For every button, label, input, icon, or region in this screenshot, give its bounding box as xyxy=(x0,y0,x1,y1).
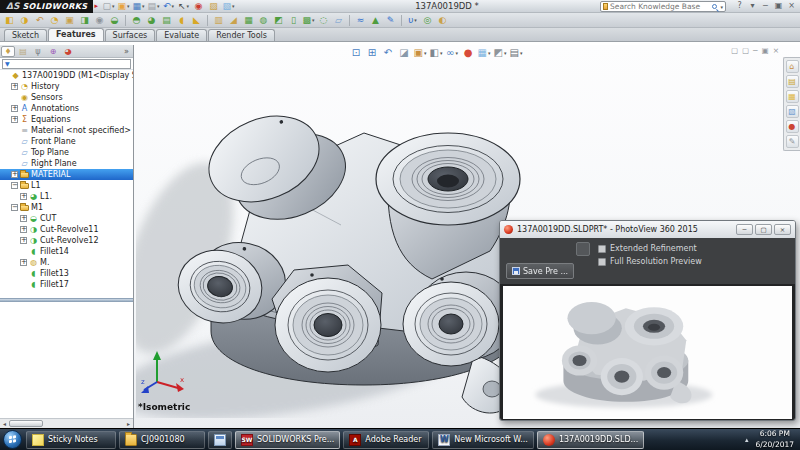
tree-item-m[interactable]: +◍M. xyxy=(0,257,133,268)
view-settings-icon[interactable]: ◩▾ xyxy=(493,46,507,59)
tree-expand-toggle[interactable]: + xyxy=(11,83,18,90)
child-minimize-button[interactable]: ─ xyxy=(753,46,758,55)
restore-button[interactable]: ▣ xyxy=(772,0,785,12)
mirror-icon[interactable]: ▯ xyxy=(287,14,300,26)
tree-item-material[interactable]: +MATERIAL xyxy=(0,169,133,180)
display-style-icon-caret[interactable]: ▾ xyxy=(440,50,443,56)
undo-icon-caret[interactable]: ▾ xyxy=(172,4,175,9)
view-settings-icon-caret[interactable]: ▾ xyxy=(504,50,507,56)
tree-item-sensors[interactable]: ◉Sensors xyxy=(0,92,133,103)
tree-item-history[interactable]: +◔History xyxy=(0,81,133,92)
tree-item-l1[interactable]: −L1 xyxy=(0,180,133,191)
tree-filter-input[interactable] xyxy=(12,60,130,68)
photoview-maximize-button[interactable]: ▢ xyxy=(755,224,772,235)
lofted-boss-icon[interactable]: ◔ xyxy=(48,14,61,26)
file-properties-icon[interactable]: ▨ xyxy=(207,0,220,12)
taskbar-button-sticky-notes[interactable]: Sticky Notes xyxy=(26,431,116,449)
checkbox[interactable] xyxy=(598,258,606,266)
toolbox-icon[interactable]: ◐ xyxy=(436,14,449,26)
lofted-cut-icon[interactable]: ◕ xyxy=(145,14,158,26)
hide-show-items-icon-caret[interactable]: ▾ xyxy=(455,50,458,56)
tree-item-l1[interactable]: +◕L1. xyxy=(0,191,133,202)
tree-item-material-not-specified[interactable]: ≡Material <not specified> xyxy=(0,125,133,136)
view-palette-icon[interactable]: ▧ xyxy=(786,105,799,118)
open-icon-caret[interactable]: ▾ xyxy=(127,4,130,9)
tree-item-front-plane[interactable]: ▱Front Plane xyxy=(0,136,133,147)
edit-appearance-image-icon-caret[interactable]: ▾ xyxy=(232,4,235,9)
minimize-button[interactable]: ─ xyxy=(759,0,772,12)
tree-item-top-plane[interactable]: ▱Top Plane xyxy=(0,147,133,158)
tree-expand-toggle[interactable]: − xyxy=(11,204,18,211)
new-document-icon[interactable]: ▢▾ xyxy=(102,0,115,12)
tree-expand-toggle[interactable]: + xyxy=(20,215,27,222)
print-icon[interactable]: ▤▾ xyxy=(147,0,160,12)
revolved-boss-icon[interactable]: ◑ xyxy=(18,14,31,26)
view-orientation-icon-caret[interactable]: ▾ xyxy=(424,50,427,56)
displaymanager-tab[interactable]: ◕ xyxy=(61,46,75,57)
tree-expand-toggle[interactable]: − xyxy=(11,182,18,189)
tree-expand-toggle[interactable]: + xyxy=(11,171,18,178)
tab-render-tools[interactable]: Render Tools xyxy=(208,29,275,41)
hole-wizard-icon[interactable]: ◉ xyxy=(93,14,106,26)
draft-icon[interactable]: ◢ xyxy=(227,14,240,26)
hide-show-items-icon[interactable]: ∞▾ xyxy=(445,46,459,59)
child-tile-icon[interactable]: ▢ xyxy=(742,46,749,55)
close-button[interactable]: × xyxy=(785,0,798,12)
tab-evaluate[interactable]: Evaluate xyxy=(156,29,207,41)
taskbar-button-cj0901080[interactable]: CJ0901080 xyxy=(119,431,205,449)
curves-icon[interactable]: ≈ xyxy=(354,14,367,26)
swept-cut-icon[interactable]: ◓ xyxy=(130,14,143,26)
sketch-icon[interactable]: ✎ xyxy=(384,14,397,26)
save-preview-button[interactable]: Save Pre ... xyxy=(506,263,574,279)
linear-pattern-icon-caret[interactable]: ▾ xyxy=(312,18,315,23)
tree-item-fillet17[interactable]: ◖Fillet17 xyxy=(0,279,133,290)
design-library-icon[interactable]: ▤ xyxy=(786,75,799,88)
taskbar-button-solidworks-pre[interactable]: SWSOLIDWORKS Pre... xyxy=(235,431,340,449)
tree-item-right-plane[interactable]: ▱Right Plane xyxy=(0,158,133,169)
file-explorer-icon[interactable]: ▦ xyxy=(786,90,799,103)
photoview-checkbox-full-resolution-preview[interactable]: Full Resolution Preview xyxy=(598,257,702,266)
motion-study-icon-caret[interactable]: ▾ xyxy=(414,18,417,23)
zoom-to-fit-icon[interactable]: ⊡ xyxy=(349,46,363,59)
tree-item-cut-revolve11[interactable]: +◑Cut-Revolve11 xyxy=(0,224,133,235)
taskbar-button-137a0019dd-sld[interactable]: 137A0019DD.SLD... xyxy=(537,431,644,449)
photoview-checkbox-extended-refinement[interactable]: Extended Refinement xyxy=(598,244,702,253)
photoview-minimize-button[interactable]: ─ xyxy=(736,224,753,235)
tab-features[interactable]: Features xyxy=(48,28,104,41)
zoom-to-area-icon[interactable]: ⊞ xyxy=(365,46,379,59)
open-icon[interactable]: ▣▾ xyxy=(117,0,130,12)
help-button[interactable]: ? xyxy=(733,0,746,12)
configurationmanager-tab[interactable]: ψ xyxy=(31,46,45,57)
start-button[interactable] xyxy=(3,430,22,449)
tree-item-annotations[interactable]: +AAnnotations xyxy=(0,103,133,114)
graphics-viewport[interactable]: ⊡⊞↶◪▣▾◧▾∞▾●▦▾◩▾▤▾ ▢▢─▣× ⌂▤▦▧●✎ xyxy=(134,45,800,428)
select-icon-caret[interactable]: ▾ xyxy=(187,4,190,9)
menu-flyout-arrow[interactable]: ▸ xyxy=(94,2,98,10)
print-icon-caret[interactable]: ▾ xyxy=(157,4,160,9)
solidworks-resources-icon[interactable]: ⌂ xyxy=(786,60,799,73)
undo-icon[interactable]: ↶▾ xyxy=(162,0,175,12)
camera-icon[interactable]: ▤▾ xyxy=(509,46,523,59)
taskbar-clock[interactable]: 6:06 PM 6/20/2017 xyxy=(756,429,794,449)
design-study-icon[interactable]: ◎ xyxy=(421,14,434,26)
boundary-boss-icon[interactable]: ▣ xyxy=(63,14,76,26)
fillet-icon[interactable]: ◖ xyxy=(175,14,188,26)
linear-pattern-icon[interactable]: ▩▾ xyxy=(302,14,315,26)
display-style-icon[interactable]: ◧▾ xyxy=(429,46,443,59)
propertymanager-tab[interactable]: ▤ xyxy=(16,46,30,57)
rebuild-traffic-light-icon[interactable]: ◉ xyxy=(192,0,205,12)
motion-study-icon[interactable]: υ▾ xyxy=(406,14,419,26)
save-icon-caret[interactable]: ▾ xyxy=(142,4,145,9)
save-icon[interactable]: ▦▾ xyxy=(132,0,145,12)
taskbar-button-new-microsoft-w[interactable]: WNew Microsoft W... xyxy=(432,431,534,449)
photoview-title-bar[interactable]: 137A0019DD.SLDPRT* - PhotoView 360 2015 … xyxy=(500,221,795,238)
scroll-right-arrow[interactable]: ▸ xyxy=(124,419,133,428)
edit-appearance-icon[interactable]: ● xyxy=(461,46,475,59)
taskbar-button-window[interactable] xyxy=(208,431,232,449)
child-close-button[interactable]: × xyxy=(773,46,779,55)
tree-expand-toggle[interactable]: + xyxy=(11,105,18,112)
boundary-cut-icon[interactable]: ▤ xyxy=(160,14,173,26)
revolved-cut-icon[interactable]: ◒ xyxy=(108,14,121,26)
taskbar-button-adobe-reader[interactable]: AAdobe Reader xyxy=(343,431,429,449)
child-cascade-icon[interactable]: ▢ xyxy=(731,46,738,55)
